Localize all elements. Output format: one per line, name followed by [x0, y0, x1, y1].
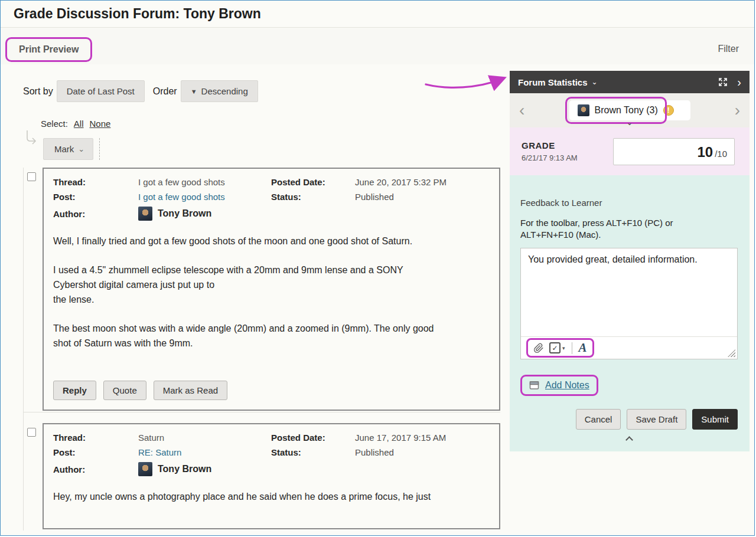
post-checkbox[interactable]	[27, 172, 36, 181]
student-navigator: ‹ Brown Tony (3) ! ⌄ ›	[510, 93, 750, 127]
mark-controls: Mark ⌄	[43, 138, 500, 160]
status-value: Published	[355, 447, 490, 457]
student-dropdown-caret[interactable]: ⌄	[627, 118, 633, 127]
title-bar: Grade Discussion Forum: Tony Brown	[1, 1, 754, 28]
grade-section: GRADE 6/21/17 9:13 AM 10 /10	[510, 127, 750, 175]
needs-grading-icon: !	[663, 105, 674, 116]
status-label: Status:	[271, 447, 355, 457]
post-link[interactable]: RE: Saturn	[138, 447, 271, 457]
student-selector[interactable]: Brown Tony (3) !	[569, 100, 690, 120]
feedback-textarea[interactable]: You provided great, detailed information…	[521, 248, 737, 336]
post-actions: Reply Quote Mark as Read	[53, 363, 490, 400]
thread-label: Thread:	[53, 177, 138, 187]
order-button[interactable]: ▼ Descending	[181, 80, 258, 102]
order-label: Order	[153, 86, 177, 97]
collapse-panel-icon[interactable]: ›	[737, 76, 741, 88]
editor-toolbar: ✓ ▾ A	[521, 336, 737, 359]
feedback-editor: You provided great, detailed information…	[520, 248, 738, 359]
mark-as-read-button[interactable]: Mark as Read	[154, 381, 227, 400]
filter-button[interactable]: Filter	[718, 44, 739, 54]
author-value: Tony Brown	[138, 207, 490, 221]
forum-statistics-label: Forum Statistics	[518, 77, 588, 87]
post-label: Post:	[53, 447, 138, 457]
post-paragraph: Well, I finally tried and got a few good…	[53, 234, 490, 248]
posted-date-value: June 17, 2017 9:15 AM	[355, 433, 490, 443]
add-notes-link[interactable]: Add Notes	[545, 380, 589, 391]
post-header: Thread: Saturn Posted Date: June 17, 201…	[53, 433, 490, 476]
grade-out-of: /10	[715, 149, 727, 159]
thread-label: Thread:	[53, 433, 138, 443]
grade-input[interactable]: 10 /10	[613, 138, 735, 165]
grading-panel: Forum Statistics ⌄ › ‹ Brown Ton	[510, 71, 750, 535]
post-body: Hey, my uncle owns a photography place a…	[53, 489, 490, 504]
author-value: Tony Brown	[138, 462, 490, 476]
sort-by-button[interactable]: Date of Last Post	[57, 80, 145, 102]
spellcheck-dropdown-caret: ▾	[562, 345, 565, 351]
posted-date-label: Posted Date:	[271, 433, 355, 443]
post-link[interactable]: I got a few good shots	[138, 192, 271, 202]
exclamation-glyph: !	[667, 106, 670, 114]
order-value: Descending	[201, 86, 248, 96]
elbow-arrow-icon	[24, 130, 37, 145]
thread-list: Sort by Date of Last Post Order ▼ Descen…	[23, 80, 500, 531]
post-checkbox[interactable]	[27, 428, 36, 437]
submit-button[interactable]: Submit	[692, 409, 738, 430]
open-full-editor-icon[interactable]: A	[579, 342, 587, 354]
spellcheck-button[interactable]: ✓ ▾	[549, 342, 565, 353]
post-header: Thread: I got a few good shots Posted Da…	[53, 177, 490, 221]
feedback-buttons: Cancel Save Draft Submit	[520, 409, 738, 430]
sort-by-value: Date of Last Post	[67, 86, 135, 96]
select-label: Select:	[41, 119, 68, 129]
resize-handle[interactable]	[728, 349, 735, 357]
status-value: Published	[355, 192, 490, 202]
mark-button[interactable]: Mark ⌄	[43, 138, 93, 160]
author-label: Author:	[53, 464, 138, 474]
status-label: Status:	[271, 192, 355, 202]
quote-button[interactable]: Quote	[103, 381, 146, 400]
posted-date-label: Posted Date:	[271, 177, 355, 187]
checkmark-glyph: ✓	[552, 344, 558, 352]
author-name: Tony Brown	[158, 208, 211, 219]
annotation-print-preview: Print Preview	[5, 37, 92, 62]
post-label: Post:	[53, 192, 138, 202]
select-all-link[interactable]: All	[74, 119, 84, 129]
previous-student-button[interactable]: ‹	[510, 102, 534, 119]
author-label: Author:	[53, 209, 138, 219]
cancel-button[interactable]: Cancel	[576, 409, 621, 430]
spellcheck-icon: ✓	[549, 342, 561, 353]
student-area: Brown Tony (3) ! ⌄	[534, 93, 725, 127]
mark-label: Mark	[54, 144, 74, 154]
attachment-icon[interactable]	[533, 343, 544, 353]
author-avatar	[138, 207, 152, 221]
chevron-down-icon: ⌄	[78, 145, 84, 153]
action-bar: Print Preview Filter	[1, 28, 754, 64]
grade-meta: GRADE 6/21/17 9:13 AM	[522, 140, 578, 162]
sort-controls: Sort by Date of Last Post Order ▼ Descen…	[23, 80, 500, 102]
panel-header: Forum Statistics ⌄ ›	[510, 71, 750, 93]
forum-statistics-button[interactable]: Forum Statistics ⌄	[518, 77, 598, 87]
student-avatar	[578, 104, 589, 116]
save-draft-button[interactable]: Save Draft	[627, 409, 686, 430]
page: Grade Discussion Forum: Tony Brown Print…	[0, 0, 755, 536]
collapse-section-button[interactable]	[520, 437, 738, 443]
author-avatar	[138, 462, 152, 476]
expand-icon[interactable]	[718, 77, 728, 87]
posts-list: Thread: I got a few good shots Posted Da…	[23, 168, 500, 531]
next-student-button[interactable]: ›	[725, 102, 750, 119]
feedback-section: Feedback to Learner For the toolbar, pre…	[510, 175, 750, 451]
student-name: Brown Tony (3)	[595, 105, 658, 116]
chevron-up-icon	[625, 436, 633, 444]
panel-footer-area	[510, 451, 750, 535]
post-card: Thread: I got a few good shots Posted Da…	[43, 168, 500, 411]
post-row: Thread: Saturn Posted Date: June 17, 201…	[24, 423, 500, 531]
select-none-link[interactable]: None	[90, 119, 111, 129]
thread-value: Saturn	[138, 433, 271, 443]
annotation-add-notes: Add Notes	[520, 375, 598, 396]
reply-button[interactable]: Reply	[53, 381, 96, 400]
post-paragraph: I used a 4.5" zhummell eclipse telescope…	[53, 263, 490, 307]
add-notes-icon	[529, 381, 540, 390]
post-gutter	[24, 423, 43, 529]
print-preview-button[interactable]: Print Preview	[19, 44, 79, 54]
post-paragraph: The best moon shot was with a wide angle…	[53, 321, 490, 351]
chevron-down-icon: ⌄	[592, 78, 598, 86]
